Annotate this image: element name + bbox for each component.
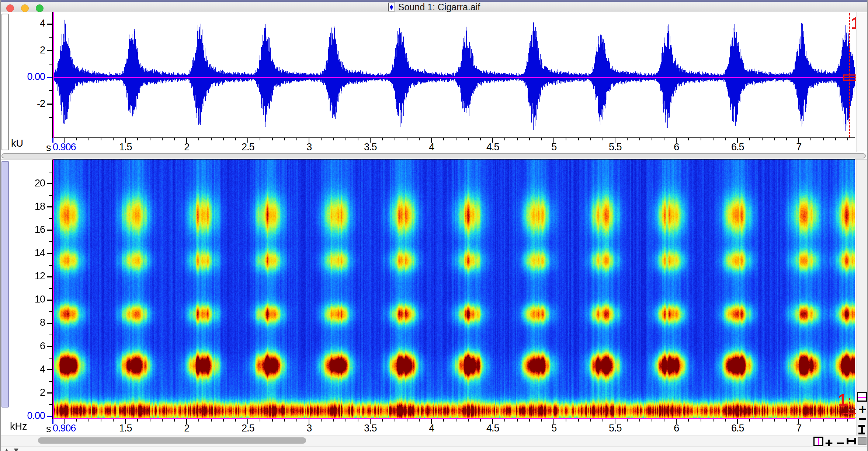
time-tick: [419, 138, 420, 140]
time-tick: [749, 419, 750, 422]
y-tick-label: 4: [13, 364, 45, 375]
time-tick: [774, 138, 775, 140]
time-cursor-value: 0.906: [53, 423, 76, 434]
time-tick-label: 2.5: [233, 141, 263, 153]
horizontal-fit-icon: [847, 438, 856, 444]
y-tick-label: 20: [13, 178, 45, 189]
time-tick: [701, 138, 701, 140]
y-tick: [47, 392, 52, 394]
time-tick: [847, 138, 848, 140]
time-tick: [198, 419, 199, 422]
zero-amplitude-cursor-line: [53, 77, 855, 78]
time-tick: [443, 419, 444, 422]
time-tick: [762, 419, 763, 422]
time-tick: [211, 138, 212, 140]
time-cursor-line-spectrogram: [53, 160, 54, 419]
time-tick: [652, 138, 652, 140]
y-minor-tick: [49, 195, 52, 196]
time-tick: [235, 419, 236, 422]
time-tick: [664, 138, 664, 140]
time-tick: [590, 138, 591, 140]
y-tick: [47, 369, 52, 370]
vertical-zoom-out-button[interactable]: −: [858, 412, 867, 426]
bottom-bar: [0, 446, 868, 451]
y-tick: [47, 276, 52, 277]
time-tick-label: 5: [539, 423, 569, 434]
spectrogram-top-border: [53, 159, 855, 160]
time-tick-label: 6.5: [723, 423, 752, 434]
time-tick: [603, 138, 603, 140]
pane-divider-handle[interactable]: [1, 153, 866, 158]
marker-1-anchor-waveform[interactable]: [843, 74, 857, 81]
time-tick: [823, 419, 824, 422]
time-tick: [272, 419, 273, 422]
y-tick: [47, 206, 52, 207]
time-tick: [688, 138, 689, 140]
time-tick: [211, 419, 212, 422]
y-tick-label: 2: [13, 45, 45, 56]
marker-1-label-spectrogram[interactable]: 1: [838, 392, 847, 409]
waveform-y-axis-line: [52, 12, 53, 138]
time-cursor-value: 0.906: [53, 141, 76, 153]
horizontal-fit-button[interactable]: [847, 438, 856, 444]
time-tick-label: 4.5: [478, 423, 507, 434]
time-tick: [260, 419, 260, 422]
time-tick: [627, 138, 628, 140]
time-tick: [847, 419, 848, 422]
window-left-edge: [0, 0, 1, 451]
time-tick: [749, 138, 750, 140]
time-tick-label: 1.5: [111, 141, 140, 153]
time-tick: [468, 138, 469, 140]
time-tick: [101, 419, 101, 422]
waveform-pane-selector-strip[interactable]: [1, 14, 9, 150]
time-tick: [468, 419, 469, 422]
track-stepper-down[interactable]: ▼: [13, 447, 20, 451]
pane-divider[interactable]: [0, 152, 868, 160]
time-tick: [296, 419, 297, 422]
time-tick: [627, 419, 628, 422]
time-tick: [786, 138, 787, 140]
time-tick-label: 3.5: [355, 423, 385, 434]
vertical-fit-button[interactable]: [858, 425, 865, 434]
title-group: Sound 1: Cigarra.aif: [0, 2, 868, 12]
time-tick: [284, 138, 285, 140]
horizontal-zoom-selection-icon: [813, 437, 823, 446]
time-tick: [517, 419, 518, 422]
time-tick-label: 6: [662, 141, 691, 153]
y-tick: [47, 323, 52, 324]
time-tick: [810, 419, 811, 422]
time-tick-label: 1.5: [111, 423, 140, 434]
time-tick: [725, 419, 726, 422]
time-tick-label: 7: [784, 423, 813, 434]
time-tick: [603, 419, 603, 422]
time-tick-label: 7: [784, 141, 813, 153]
time-tick-label: 6.5: [723, 141, 752, 153]
time-tick: [162, 419, 163, 422]
waveform-plot[interactable]: [53, 12, 855, 137]
y-minor-tick: [49, 358, 52, 359]
spectrogram-pane-selector-strip[interactable]: [1, 161, 9, 408]
track-stepper-up[interactable]: ▲: [3, 447, 10, 451]
vertical-zoom-selection-button[interactable]: [857, 392, 867, 402]
time-tick: [235, 138, 236, 140]
time-tick: [150, 419, 150, 422]
spectrogram-plot[interactable]: [53, 160, 855, 419]
time-tick-label: 4.5: [478, 141, 507, 153]
time-tick: [407, 419, 407, 422]
time-tick: [786, 419, 787, 422]
time-tick: [321, 138, 322, 140]
time-tick: [566, 419, 566, 422]
time-axis-seconds-prefix: s: [46, 423, 51, 435]
y-tick-label: 10: [13, 294, 45, 305]
horizontal-scrollbar-thumb[interactable]: [38, 437, 306, 444]
time-tick: [529, 138, 530, 140]
time-tick: [223, 419, 224, 422]
y-tick-label: 2: [13, 387, 45, 398]
y-tick-label: 14: [13, 247, 45, 259]
time-tick: [578, 138, 579, 140]
y-minor-tick: [49, 90, 52, 91]
y-tick-label: -2: [13, 98, 45, 109]
time-tick-label: 2.5: [233, 423, 263, 434]
horizontal-zoom-selection-button[interactable]: [813, 437, 823, 446]
time-tick-label: 2: [172, 423, 201, 434]
